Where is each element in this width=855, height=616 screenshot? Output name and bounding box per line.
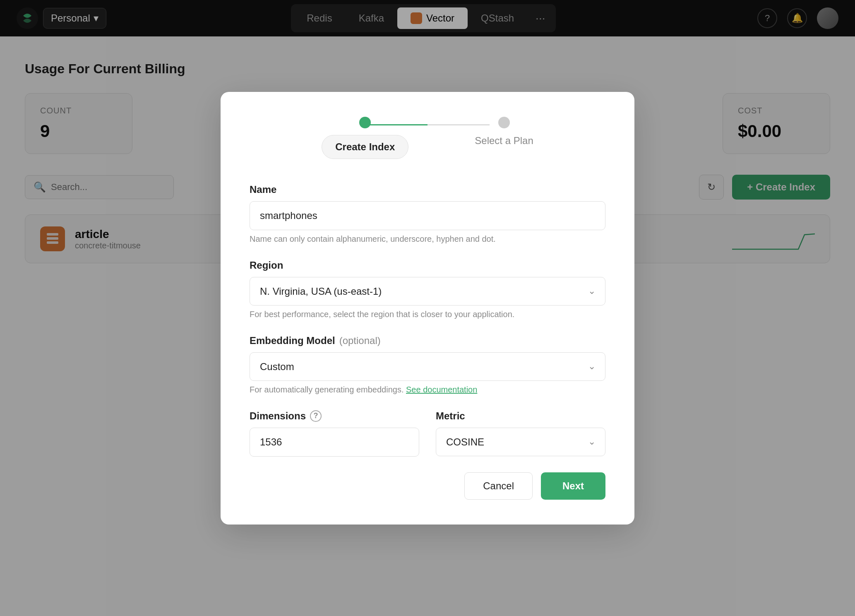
modal-footer: Cancel Next (250, 472, 605, 500)
embedding-group: Embedding Model (optional) Custom ⌄ For … (250, 335, 605, 395)
step-1: Create Index (322, 117, 408, 159)
name-group: Name Name can only contain alphanumeric,… (250, 184, 605, 244)
metric-label: Metric (436, 410, 605, 422)
region-hint: For best performance, select the region … (250, 310, 605, 319)
embedding-optional: (optional) (339, 335, 381, 346)
embedding-select[interactable]: Custom (250, 352, 605, 381)
modal-overlay: Create Index Select a Plan Name Name can… (0, 0, 855, 616)
dimensions-col: Dimensions ? (250, 410, 419, 457)
step-2-dot (498, 117, 510, 128)
embedding-hint: For automatically generating embeddings.… (250, 385, 605, 395)
region-label: Region (250, 260, 605, 271)
step-2-label: Select a Plan (475, 135, 533, 147)
steps-wrapper: Create Index Select a Plan (322, 117, 533, 159)
metric-col: Metric COSINE ⌄ (436, 410, 605, 457)
embedding-docs-link[interactable]: See documentation (406, 385, 477, 394)
cancel-button[interactable]: Cancel (464, 472, 533, 500)
region-select[interactable]: N. Virginia, USA (us-east-1) (250, 277, 605, 306)
dimensions-input[interactable] (250, 428, 419, 457)
next-button[interactable]: Next (541, 472, 605, 500)
step-1-label: Create Index (322, 135, 408, 159)
step-2: Select a Plan (475, 117, 533, 147)
dimensions-label: Dimensions ? (250, 410, 419, 422)
step-1-dot (359, 117, 371, 128)
name-label: Name (250, 184, 605, 195)
region-group: Region N. Virginia, USA (us-east-1) ⌄ Fo… (250, 260, 605, 319)
dimensions-metric-row: Dimensions ? Metric COSINE ⌄ (250, 410, 605, 457)
metric-select-wrap: COSINE ⌄ (436, 428, 605, 456)
steps-header: Create Index Select a Plan (250, 117, 605, 159)
metric-select[interactable]: COSINE (436, 428, 605, 456)
dimensions-help-icon[interactable]: ? (310, 410, 322, 422)
create-index-modal: Create Index Select a Plan Name Name can… (221, 92, 634, 525)
embedding-select-wrap: Custom ⌄ (250, 352, 605, 381)
name-input[interactable] (250, 201, 605, 230)
name-hint: Name can only contain alphanumeric, unde… (250, 234, 605, 244)
embedding-label: Embedding Model (optional) (250, 335, 605, 346)
region-select-wrap: N. Virginia, USA (us-east-1) ⌄ (250, 277, 605, 306)
